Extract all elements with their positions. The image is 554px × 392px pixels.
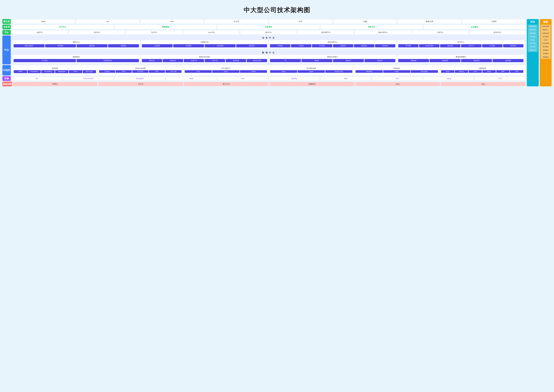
- platform-item: 服务治理平台: [355, 30, 411, 35]
- security-item: 权限分级: [528, 49, 538, 52]
- sub-platform-item: 商品服务: [354, 44, 374, 47]
- sub-platform-title: 商品交易中心: [270, 41, 395, 43]
- security-panel: 安全 数据加密数据分级数据脱敏业务风控DDOS接口签名日志分析权限分级: [527, 19, 539, 86]
- data-platform-inner: 数据集成行为采集业务数据同步数据计算/存储离线任务数据仓库机器学习实时计算集群存…: [13, 55, 525, 63]
- storage-item: DTS: [475, 77, 525, 81]
- middleware-group: RPC服务框架DubboHyperfSpring Cloud: [269, 66, 353, 74]
- performance-item: web测试: [541, 52, 551, 56]
- display-item: WEB: [11, 19, 75, 24]
- storage-item: OSS: [372, 77, 423, 81]
- performance-item: 自动化监控: [541, 32, 551, 35]
- middleware-group-title: 流控&任务调度: [99, 67, 181, 70]
- performance-title: 效能: [541, 20, 551, 23]
- zhongtai-content: 业 务 中 台 教学中心课程内容服务测评服务授权服务直播服务大模型中台泛域模型垂…: [11, 35, 525, 64]
- sub-platform-item: 订单服务: [270, 44, 290, 47]
- performance-item: 自动化运维: [541, 25, 551, 28]
- performance-item: 性能测试: [541, 49, 551, 52]
- business-layer-row: 业务层 学习中心营销系统业务群体内效平台企业服务: [2, 25, 525, 29]
- sub-platform-item: 消息队列: [364, 59, 395, 62]
- platform-item: 低代码平台: [469, 30, 526, 35]
- middleware-item: Nacos: [212, 70, 239, 73]
- middleware-section: 中间件 监控告警ARMSPrometheusSkywalkingNighting…: [2, 65, 525, 75]
- middleware-item: RabbitMQ: [355, 70, 382, 73]
- sub-platform-title: 数据分发/展示: [270, 56, 395, 58]
- platform-layer-row: 平台 运维平台短信平台日志平台mock平台测试平台监控报警平台服务治理平台开放平…: [2, 30, 525, 35]
- sub-platform-item: 钉钉服务: [482, 44, 503, 47]
- sub-platform-item: 直播服务: [108, 44, 139, 47]
- data-platform: 数 据 中 台 数据集成行为采集业务数据同步数据计算/存储离线任务数据仓库机器学…: [11, 50, 525, 64]
- display-layer-row: 展示层 WEBH5APP公众号钉钉企微数据大屏小程序: [2, 19, 525, 24]
- main-layout: 展示层 WEBH5APP公众号钉钉企微数据大屏小程序 业务层 学习中心营销系统业…: [2, 19, 552, 86]
- sub-platform-item: 业务数据同步: [77, 59, 139, 62]
- storage-item: Redis: [166, 77, 217, 81]
- middleware-group: 大数据框架SparkHadoopFlinkStormEMRADB: [440, 66, 525, 74]
- middleware-group-title: 大数据框架: [441, 67, 523, 70]
- middleware-item: EMR: [496, 70, 510, 73]
- display-item: 数据大屏: [398, 19, 461, 24]
- business-item: 内效平台: [320, 25, 423, 29]
- middleware-items: ARMSPrometheusSkywalkingNightingaleSentr…: [14, 70, 96, 73]
- performance-item: CI/CD: [541, 38, 551, 42]
- middleware-group-title: 消息框架: [355, 67, 438, 70]
- middleware-item: Dubbo: [270, 70, 297, 73]
- business-platform-title: 业 务 中 台: [13, 37, 525, 39]
- performance-panel: 效能 自动化运维配置中心自动化监控资产管理CI/CD自动化测试接口测试性能测试w…: [540, 19, 552, 86]
- middleware-item: ADB: [510, 70, 523, 73]
- platform-item: 日志平台: [126, 30, 182, 35]
- sub-platform-item: 鉴权服务: [440, 44, 460, 47]
- security-item: DDOS: [528, 38, 538, 42]
- sub-platform-item: 垂域模型: [173, 44, 204, 47]
- sub-platform: 数据计算/存储离线任务数据仓库机器学习实时计算集群存储自然语言处理: [141, 55, 268, 63]
- middleware-group: RPC注册中心ConulNacosEureka: [184, 66, 268, 74]
- display-item: H5: [76, 19, 140, 24]
- middleware-item: Flink: [468, 70, 482, 73]
- storage-item: MongoDB: [115, 77, 165, 81]
- sub-platform-items: 行为采集业务数据同步: [14, 59, 139, 62]
- sub-platform-item: 财务服务: [375, 44, 395, 47]
- sub-platform-item: 后处理模块: [205, 44, 236, 47]
- page-title: 中大型公司技术架构图: [2, 2, 552, 19]
- security-item: 日志分析: [528, 45, 538, 49]
- middleware-items: DubboHyperfSpring Cloud: [270, 70, 353, 73]
- middleware-group: 消息框架RabbitMQKafkaRocketMQ: [354, 66, 439, 74]
- middleware-item: Sentinel: [99, 70, 115, 73]
- middleware-item: Kafka: [383, 70, 410, 73]
- sub-platform-item: BI: [270, 59, 301, 62]
- sub-platform-item: 监控报警: [493, 59, 524, 62]
- business-platform: 业 务 中 台 教学中心课程内容服务测评服务授权服务直播服务大模型中台泛域模型垂…: [11, 35, 525, 49]
- display-item: 钉钉: [269, 19, 333, 24]
- sub-platform-title: 数据集成: [14, 56, 139, 58]
- business-item: 营销系统: [115, 25, 217, 29]
- security-item: 数据加密: [528, 25, 538, 28]
- sub-platform: 用户中心用户服务Passport服务鉴权服务会话中心钉钉服务微信服务: [397, 40, 525, 48]
- security-item: 数据分级: [528, 28, 538, 32]
- business-layer-label: 业务层: [2, 25, 11, 29]
- security-item: 业务风控: [528, 35, 538, 38]
- middleware-item: Sentry: [69, 70, 82, 73]
- storage-content: ESMySQL&PolarDBMongoDBRedisHiveHBASENASO…: [11, 76, 525, 81]
- performance-item: 资产管理: [541, 35, 551, 38]
- sub-platform-item: 数据治理: [461, 59, 492, 62]
- sub-platform: 教学中心课程内容服务测评服务授权服务直播服务: [13, 40, 140, 48]
- display-item: 小程序: [462, 19, 526, 24]
- display-layer-content: WEBH5APP公众号钉钉企微数据大屏小程序: [11, 19, 525, 24]
- performance-item: 自动化测试: [541, 42, 551, 45]
- middleware-items: SparkHadoopFlinkStormEMRADB: [441, 70, 523, 73]
- sub-platform-item: 底层模型: [236, 44, 267, 47]
- display-item: 公众号: [205, 19, 268, 24]
- infra-content: 阿里云七牛云第三方云自建机房CDNK8S: [13, 82, 525, 86]
- sub-platform-item: 数据库: [302, 59, 332, 62]
- sub-platform-item: 课程内容服务: [14, 44, 44, 47]
- sub-platform: 数据支撑服务调度服务数据血缘数据治理监控报警: [397, 55, 525, 63]
- infra-label: 基础设施: [2, 82, 12, 86]
- zhongtai-section: 中台 业 务 中 台 教学中心课程内容服务测评服务授权服务直播服务大模型中台泛域…: [2, 35, 525, 64]
- sub-platform-item: 会话中心: [461, 44, 482, 47]
- storage-item: MySQL&PolarDB: [63, 77, 114, 80]
- center-content: 展示层 WEBH5APP公众号钉钉企微数据大屏小程序 业务层 学习中心营销系统业…: [2, 19, 525, 86]
- sub-platform-item: 调度服务: [398, 59, 429, 62]
- storage-item: Hive: [217, 77, 268, 81]
- sub-platform-title: 用户中心: [398, 41, 524, 43]
- sub-platform-title: 大模型中台: [142, 41, 267, 43]
- storage-item: NAS: [320, 77, 371, 81]
- middleware-item: Storm: [482, 70, 496, 73]
